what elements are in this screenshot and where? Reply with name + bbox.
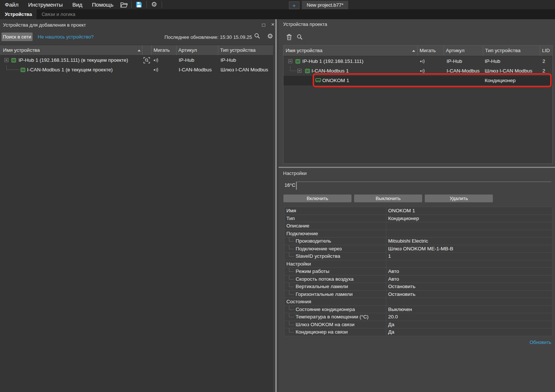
property-label: Состояния xyxy=(286,298,311,305)
property-value[interactable]: Авто xyxy=(388,268,399,275)
settings-gear-icon[interactable]: ⚙ xyxy=(149,0,160,9)
property-row: Кондиционер на связи Да xyxy=(285,328,552,336)
property-label: SlaveID устройства xyxy=(296,253,340,260)
property-row: Тип Кондиционер xyxy=(285,215,552,223)
device-row[interactable]: I-CAN-Modbus 1 (в текущем проекте) I-CAN… xyxy=(0,65,273,75)
delete-button[interactable]: Удалить xyxy=(425,195,493,202)
right-panel-title: Устройства проекта xyxy=(283,21,327,27)
device-module-icon xyxy=(295,58,301,64)
temperature-slider[interactable] xyxy=(296,182,551,189)
blink-icon[interactable] xyxy=(420,59,426,64)
blink-icon[interactable] xyxy=(420,68,426,74)
device-article: I-CAN-Modbus xyxy=(447,66,480,76)
slider-handle[interactable] xyxy=(296,182,297,190)
property-value[interactable]: ONOKOM 1 xyxy=(388,207,415,214)
property-label: Состояние кондиционера xyxy=(296,306,355,313)
blink-icon[interactable] xyxy=(153,58,160,63)
device-row[interactable]: IP-Hub 1 (192.168.151.111) (в текущем пр… xyxy=(0,55,273,65)
temperature-value-label: 16°C xyxy=(285,182,295,188)
property-label: Настройки xyxy=(286,260,311,268)
property-value[interactable]: Mitsubishi Electric xyxy=(388,237,428,245)
device-article: IP-Hub xyxy=(447,57,462,66)
turn-off-button[interactable]: Выключить xyxy=(354,195,422,202)
menu-help[interactable]: Помощь xyxy=(87,0,118,9)
column-header-article[interactable]: Артикул xyxy=(444,45,483,56)
property-label: Производитель xyxy=(296,237,331,245)
device-row-selected[interactable]: ONOKOM 1 Кондиционер xyxy=(283,76,552,85)
panel-splitter[interactable] xyxy=(275,19,277,392)
device-type: Шлюз I-CAN Modbus xyxy=(485,66,532,76)
search-icon[interactable] xyxy=(297,34,303,40)
device-type: IP-Hub xyxy=(485,57,500,66)
column-header-name[interactable]: Имя устройства xyxy=(283,45,418,56)
save-icon[interactable] xyxy=(134,0,145,9)
air-conditioner-icon xyxy=(315,78,321,83)
property-value: Выключен xyxy=(388,306,412,313)
sort-ascending-icon xyxy=(412,50,415,52)
tab-devices[interactable]: Устройства xyxy=(0,9,37,19)
device-module-icon xyxy=(305,68,310,74)
property-value[interactable]: Остановить xyxy=(388,283,416,290)
column-header-blink[interactable]: Мигать xyxy=(418,45,444,56)
refresh-link[interactable]: Обновить xyxy=(529,339,551,345)
collapse-icon[interactable] xyxy=(4,58,9,62)
property-label: Подключение через xyxy=(296,245,342,253)
property-value[interactable]: Остановить xyxy=(388,291,416,298)
device-row[interactable]: IP-Hub 1 (192.168.151.111) IP-Hub IP-Hub… xyxy=(283,57,552,66)
tab-links-logic[interactable]: Связи и логика xyxy=(37,9,80,19)
property-value: 20.0 xyxy=(388,313,398,321)
device-name: IP-Hub 1 (192.168.151.111) xyxy=(302,57,363,66)
menubar: Файл Инструменты Вид Помощь ⚙ + New pr xyxy=(0,0,555,9)
device-name: I-CAN-Modbus 1 (в текущем проекте) xyxy=(27,65,112,75)
close-icon[interactable]: × xyxy=(271,21,275,27)
property-label: Горизонтальные ламели xyxy=(296,291,353,298)
search-icon[interactable] xyxy=(254,33,260,39)
right-table-header: Имя устройства Мигать Артикул Тип устрой… xyxy=(283,45,552,56)
device-lid: 2 xyxy=(542,57,545,66)
column-header-article[interactable]: Артикул xyxy=(176,45,218,55)
property-value[interactable]: Шлюз ONOKOM ME-1-MB-B xyxy=(388,245,453,253)
property-row: Подключение через Шлюз ONOKOM ME-1-MB-B xyxy=(285,245,552,253)
property-row: Режим работы Авто xyxy=(285,268,552,276)
app-window: Файл Инструменты Вид Помощь ⚙ + New pr xyxy=(0,0,555,392)
property-row: SlaveID устройства 1 xyxy=(285,253,552,260)
property-value[interactable]: 1 xyxy=(388,253,391,260)
device-row[interactable]: I-CAN-Modbus 1 I-CAN-Modbus Шлюз I-CAN M… xyxy=(283,66,552,76)
menu-view[interactable]: Вид xyxy=(67,0,87,9)
settings-title: Настройки xyxy=(283,170,307,176)
column-header-name[interactable]: Имя устройства xyxy=(0,45,142,55)
column-header-type[interactable]: Тип устройства xyxy=(483,45,540,56)
menu-file[interactable]: Файл xyxy=(0,0,23,9)
property-value: Да xyxy=(388,328,394,336)
column-header-empty[interactable] xyxy=(142,45,152,55)
project-tab[interactable]: New project.b77* xyxy=(302,1,348,9)
property-row: Имя ONOKOM 1 xyxy=(285,207,552,215)
property-row: Вертикальные ламели Остановить xyxy=(285,283,552,291)
property-label: Температура в помещении (°C) xyxy=(296,313,369,321)
property-value[interactable]: Кондиционер xyxy=(388,215,419,222)
property-label: Шлюз ONOKOM на связи xyxy=(296,321,354,328)
menu-tools[interactable]: Инструменты xyxy=(23,0,68,9)
column-header-blink[interactable]: Мигать xyxy=(152,45,176,55)
left-table-area xyxy=(0,55,273,392)
blink-icon[interactable] xyxy=(153,67,160,72)
column-header-lid[interactable]: LID xyxy=(540,45,552,56)
identify-scan-icon[interactable] xyxy=(143,57,150,64)
left-panel-title: Устройства для добавления в проект xyxy=(3,22,86,28)
property-row: Скорость потока воздуха Авто xyxy=(285,276,552,283)
undock-icon[interactable] xyxy=(262,24,265,27)
column-header-type[interactable]: Тип устройства xyxy=(218,45,273,55)
gear-icon[interactable]: ⚙ xyxy=(267,32,273,41)
delete-device-icon[interactable] xyxy=(286,34,292,40)
property-label: Имя xyxy=(286,207,296,214)
open-folder-icon[interactable] xyxy=(118,0,130,9)
device-type: IP-Hub xyxy=(221,55,236,65)
device-module-icon xyxy=(20,67,26,73)
collapse-icon[interactable] xyxy=(297,69,302,73)
turn-on-button[interactable]: Включить xyxy=(283,195,352,202)
collapse-icon[interactable] xyxy=(288,59,292,63)
panel-separator[interactable] xyxy=(279,167,555,168)
property-value[interactable]: Авто xyxy=(388,276,399,283)
new-project-tab-button[interactable]: + xyxy=(289,1,299,9)
property-row: Производитель Mitsubishi Electric xyxy=(285,237,552,245)
